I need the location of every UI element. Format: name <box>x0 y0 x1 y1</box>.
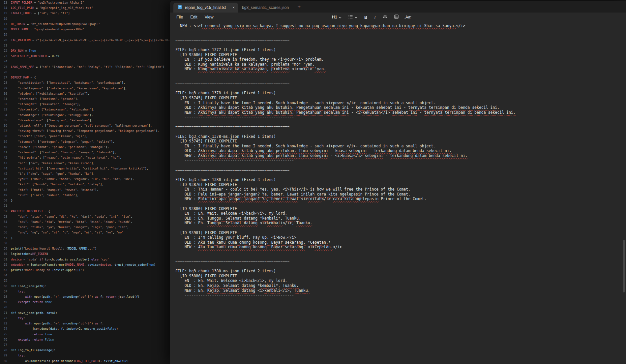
code-line: 77 <box>0 342 172 348</box>
code-line: 50} <box>0 198 172 203</box>
note-line: EN : If you believe in freedom, they're … <box>175 57 626 62</box>
note-line <box>175 163 626 168</box>
code-line: 30 "wisdom": ["kebijaksanaan", "kearifan… <box>0 91 172 96</box>
note-line: FILE: bg3_chunk_1380-ms.json (Fixed 2 it… <box>175 269 626 274</box>
table-button[interactable] <box>392 14 401 21</box>
code-line: 20TAG_PATTERN = r"(~[a-zA-Z0-9_]+~[a-zA-… <box>0 38 172 43</box>
code-line: 76 except: return False <box>0 337 172 342</box>
note-line: EN : I finally have the tome I needed. S… <box>175 101 626 106</box>
note-line <box>175 120 626 125</box>
note-lines: NEW : <i>I-connect yung isip mo sa kanya… <box>175 23 626 298</box>
code-line: 15TARGET_CODES = ["id", "ms", "tl"] <box>0 11 172 16</box>
code-line: 73 with open(path, 'w', encoding='utf-8'… <box>0 321 172 326</box>
code-line: 55 "ada", "tidak", "ya", "bukan", "sanga… <box>0 225 172 230</box>
code-line: 52PARTICLE_BLOCKLIST = { <box>0 209 172 214</box>
code-line: 44 "critical hit": ["serangan kritis", "… <box>0 166 172 171</box>
note-line: NEW : Kung naniniwala ka sa kalayaan, pr… <box>175 67 626 72</box>
code-line: 43 "ac": ["ac", "kelas armor", "kelas zi… <box>0 161 172 166</box>
note-line: [ID 93686] FIXED_COMPLETE <box>175 52 626 57</box>
note-line <box>175 43 626 47</box>
code-line: 41 "silenced": ["terdiam", "hening", "se… <box>0 150 172 155</box>
clear-format-button[interactable]: Aa <box>403 14 413 20</box>
note-line: EN : This Hammer - could it be? Yes, yes… <box>175 187 626 192</box>
note-line: OLD : Aku tau kamu cuma omong kosong. Ba… <box>175 240 626 245</box>
code-line: 16 <box>0 16 172 21</box>
code-line: 59print(f"Loading Neural Model): {MODEL_… <box>0 246 172 251</box>
code-line: 72 try: <box>0 316 172 321</box>
note-line: OLD : Akhirnya aku dapet kitab yang aku … <box>175 105 626 110</box>
code-line: 60login(token=HF_TOKEN) <box>0 251 172 257</box>
note-line <box>175 264 626 269</box>
menu-file[interactable]: File <box>173 15 187 19</box>
code-line: 14LOG_FILE_PATH = "bg3/repair_log_v15_fi… <box>0 5 172 11</box>
note-line: FILE: bg3_chunk_1377-tl.json (Fixed 1 it… <box>175 47 626 52</box>
note-line: NEW : Aku tau kamu cuma omong kosong. Ba… <box>175 245 626 250</box>
note-line <box>175 172 626 177</box>
note-line: OLD : Palu ini—apa jangan-jangan? Ya, be… <box>175 192 626 197</box>
note-line: FILE: bg3_chunk_1378-id.json (Fixed 1 it… <box>175 91 626 96</box>
note-line: ----------------------------------------… <box>175 115 626 120</box>
bullet-list-icon <box>348 15 353 20</box>
notepad-scrollbar[interactable] <box>623 24 625 361</box>
code-line: 71def save_json(path, data): <box>0 310 172 316</box>
code-line: 27DIRECT_MAP = { <box>0 75 172 80</box>
note-line: NEW : Eh. Kejap. Selamat datang <i>kemba… <box>175 288 626 293</box>
note-line: OLD : Kung naniniwala ka sa kalayaan, pr… <box>175 62 626 67</box>
chevron-down-icon <box>355 15 357 19</box>
note-line: NEW : Eh. Tunggu. Selamat datang <i>kemb… <box>175 221 626 226</box>
note-line: ----------------------------------------… <box>175 158 626 163</box>
note-line <box>175 86 626 91</box>
note-line: ----------------------------------------… <box>175 293 626 298</box>
italic-button[interactable]: I <box>372 14 378 21</box>
note-line: OLD : Akhirnya aku dapat kitab yang aku … <box>175 148 626 153</box>
code-line: 40 "slow": ["lambat", "pelan", "perlahan… <box>0 144 172 150</box>
code-line: 66def load_json(path): <box>0 284 172 289</box>
heading-dropdown[interactable]: H1 <box>330 14 344 20</box>
menu-view[interactable]: View <box>201 15 217 19</box>
code-line: 18MODEL_NAME = "google/embeddinggemma-30… <box>0 27 172 32</box>
code-line: 79 try: <box>0 353 172 358</box>
tab-semantic-scores[interactable]: bg3_semantic_scores.json <box>238 3 292 13</box>
code-line: 31 "charisma": ["karisma", "pesona"], <box>0 96 172 102</box>
bold-button[interactable]: B <box>362 14 370 21</box>
note-line: ----------------------------------------… <box>175 250 626 255</box>
note-line: OLD : Eh. Tunggu. Selamat datang *kembal… <box>175 216 626 221</box>
note-line: NEW : Akhirnya aku dapat kitab yang aku … <box>175 153 626 158</box>
code-line: 53 "dan", "atau", "yang", "di", "ke", "d… <box>0 214 172 219</box>
note-line: [ID 93901] FIXED_COMPLETE <box>175 230 626 235</box>
note-line: ----------------------------------------… <box>175 72 626 76</box>
notepad-file-icon <box>177 5 182 11</box>
note-line: NEW : Palu ini—apa jangan-jangan? Ya, be… <box>175 197 626 201</box>
code-line: 45 "i": ["aku", "saya", "gue", "hamba", … <box>0 171 172 176</box>
note-line: ----------------------------------------… <box>175 28 626 33</box>
code-line: 46 "you": ["kau", "kamu", "anda", "engka… <box>0 176 172 182</box>
tab-close-icon[interactable]: × <box>232 6 235 10</box>
notepad-text-area[interactable]: NEW : <i>I-connect yung isip mo sa kanya… <box>170 22 626 364</box>
link-button[interactable] <box>380 14 390 21</box>
code-line: 57} <box>0 235 172 241</box>
clear-format-icon: Aa <box>405 15 410 19</box>
code-editor-pane[interactable]: 13INPUT_FOLDER = "bg3/Austronesian Alpha… <box>0 0 172 364</box>
scrollbar-thumb[interactable] <box>623 240 625 292</box>
note-line <box>175 76 626 81</box>
note-line: ----------------------------------------… <box>175 226 626 230</box>
code-line: 67 try: <box>0 289 172 294</box>
note-line: ========================================… <box>175 259 626 264</box>
code-line: 54 "aku", "kamu", "dia", "mereka", "kita… <box>0 219 172 225</box>
note-line: [ID 93880] FIXED_COMPLETE <box>175 206 626 211</box>
tab-repair-log[interactable]: repair_log_v15_final.txt × <box>173 3 238 13</box>
note-line: [ID 93745] FIXED_COMPLETE <box>175 139 626 144</box>
code-line: 17HF_TOKEN = "hf_ehLhNtZvGDrURpOwnMTqmun… <box>0 21 172 27</box>
note-line: EN : Eh. Wait. Welcome <i>back</i>, my l… <box>175 211 626 216</box>
code-line: 62embedder = SentenceTransformer(MODEL_N… <box>0 262 172 267</box>
note-line: ========================================… <box>175 81 626 86</box>
new-tab-button[interactable]: + <box>295 3 303 11</box>
code-line: 42 "hit points": ["nyawa", "poin nyawa",… <box>0 155 172 160</box>
notepad-menu-bar: File Edit View H1 B I <box>170 13 626 22</box>
list-dropdown[interactable] <box>346 14 360 21</box>
chevron-down-icon <box>339 15 342 19</box>
tab-label: repair_log_v15_final.txt <box>185 5 226 10</box>
code-line: 80 os.makedirs(os.path.dirname(LOG_FILE_… <box>0 358 172 364</box>
code-line: 63print(f"Model Ready on {device.upper()… <box>0 267 172 273</box>
menu-edit[interactable]: Edit <box>187 15 201 19</box>
